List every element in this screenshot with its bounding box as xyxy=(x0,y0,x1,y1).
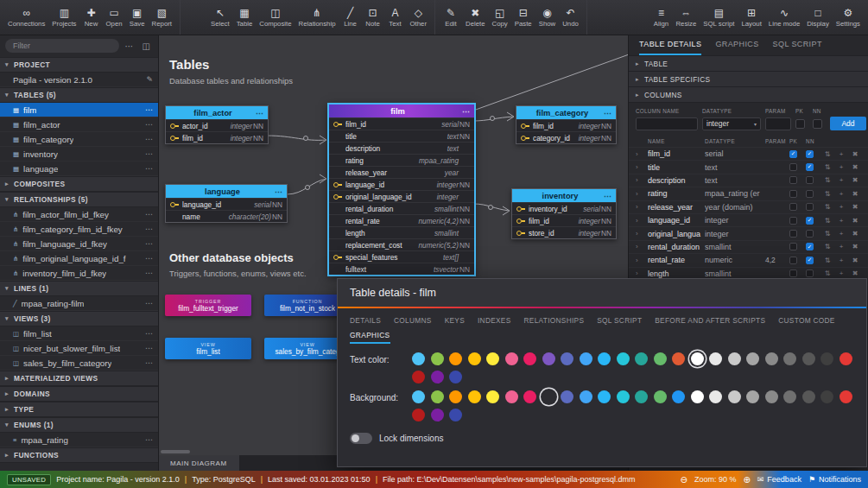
color-swatch[interactable] xyxy=(709,352,722,365)
diagram-table-film-category[interactable]: film_category⋯film_idintegerNNcategory_i… xyxy=(516,105,617,144)
toolbar-paste-button[interactable]: ⊟Paste xyxy=(511,2,535,33)
color-swatch[interactable] xyxy=(542,390,555,403)
color-swatch[interactable] xyxy=(617,390,630,403)
move-row-icon[interactable]: ⇅ xyxy=(822,217,833,225)
row-nn-checkbox[interactable] xyxy=(806,163,814,171)
color-swatch[interactable] xyxy=(839,352,852,365)
move-row-icon[interactable]: ⇅ xyxy=(822,203,833,211)
sidebar-section-tables-5[interactable]: ▾TABLES (5) xyxy=(0,87,158,103)
color-swatch[interactable] xyxy=(746,352,759,365)
delete-row-icon[interactable]: ✖ xyxy=(850,217,860,225)
row-nn-checkbox[interactable] xyxy=(806,243,814,250)
item-menu-icon[interactable]: ⋯ xyxy=(142,299,153,307)
item-menu-icon[interactable]: ⋯ xyxy=(142,164,153,173)
table-header[interactable]: film_category⋯ xyxy=(516,106,616,119)
color-swatch[interactable] xyxy=(412,409,425,421)
dialog-tab-indexes[interactable]: INDEXES xyxy=(478,316,511,325)
color-swatch[interactable] xyxy=(449,352,462,365)
zoom-out-icon[interactable]: ⊖ xyxy=(681,475,687,485)
toolbar-sql-script-button[interactable]: ▤SQL script xyxy=(700,2,738,33)
datatype-select[interactable]: integer▾ xyxy=(702,117,761,130)
delete-row-icon[interactable]: ✖ xyxy=(850,230,860,238)
add-row-icon[interactable]: + xyxy=(836,230,846,238)
row-expand-icon[interactable]: › xyxy=(636,243,644,250)
toolbar-other-button[interactable]: ◇Other xyxy=(407,2,431,33)
item-menu-icon[interactable]: ⋯ xyxy=(142,344,153,352)
toolbar-resize-button[interactable]: ⇔Resize xyxy=(672,2,700,33)
color-swatch[interactable] xyxy=(783,352,796,365)
item-menu-icon[interactable]: ⋯ xyxy=(142,239,153,248)
color-swatch[interactable] xyxy=(431,390,444,403)
row-datatype[interactable]: integer xyxy=(705,230,762,238)
color-swatch[interactable] xyxy=(820,352,833,365)
color-swatch[interactable] xyxy=(654,352,667,365)
lock-dimensions-toggle[interactable] xyxy=(350,433,372,444)
toolbar-line-button[interactable]: ╱Line xyxy=(339,2,362,33)
table-header[interactable]: film⋯ xyxy=(329,105,474,117)
sidebar-item-language[interactable]: ▦language⋯ xyxy=(0,162,158,176)
column-name-input[interactable] xyxy=(636,117,698,130)
move-row-icon[interactable]: ⇅ xyxy=(822,150,833,158)
color-swatch[interactable] xyxy=(691,352,704,365)
add-row-icon[interactable]: + xyxy=(836,269,846,277)
row-pk-checkbox[interactable] xyxy=(789,230,797,238)
horizontal-scrollbar[interactable] xyxy=(161,450,190,453)
add-row-icon[interactable]: + xyxy=(836,243,846,250)
row-pk-checkbox[interactable] xyxy=(789,217,797,225)
sidebar-item-sales-by-film-category[interactable]: ◫sales_by_film_category⋯ xyxy=(0,356,158,371)
color-swatch[interactable] xyxy=(561,390,573,403)
color-swatch[interactable] xyxy=(728,352,741,365)
row-datatype[interactable]: numeric xyxy=(705,256,762,264)
toolbar-delete-button[interactable]: ✖Delete xyxy=(462,2,489,33)
toolbar-show-button[interactable]: ◉Show xyxy=(535,2,560,33)
color-swatch[interactable] xyxy=(598,352,611,365)
color-swatch[interactable] xyxy=(654,390,667,403)
sidebar-section-relationships-5[interactable]: ▾RELATIONSHIPS (5) xyxy=(0,192,158,207)
row-expand-icon[interactable]: › xyxy=(636,203,644,211)
color-swatch[interactable] xyxy=(635,390,648,403)
panel-section-table[interactable]: ▸TABLE xyxy=(629,56,868,72)
move-row-icon[interactable]: ⇅ xyxy=(822,269,833,277)
notifications-button[interactable]: ⚑ Notifications xyxy=(808,475,861,484)
sidebar-section-lines-1[interactable]: ▾LINES (1) xyxy=(0,281,158,296)
color-swatch[interactable] xyxy=(820,390,833,403)
color-swatch[interactable] xyxy=(505,352,518,365)
add-row-icon[interactable]: + xyxy=(836,257,846,264)
row-pk-checkbox[interactable] xyxy=(789,150,797,158)
item-menu-icon[interactable]: ⋯ xyxy=(142,105,153,114)
sidebar-item-film-original-language-id-f[interactable]: ⋔film_original_language_id_f⋯ xyxy=(0,251,158,266)
color-swatch[interactable] xyxy=(746,390,759,403)
item-menu-icon[interactable]: ⋯ xyxy=(142,269,153,277)
color-swatch[interactable] xyxy=(802,352,815,365)
color-swatch[interactable] xyxy=(561,352,573,365)
toolbar-display-button[interactable]: □Display xyxy=(803,2,833,33)
color-swatch[interactable] xyxy=(765,352,778,365)
filter-input[interactable] xyxy=(5,39,119,53)
color-swatch[interactable] xyxy=(635,352,648,365)
toolbar-edit-button[interactable]: ✎Edit xyxy=(440,2,462,33)
row-datatype[interactable]: serial xyxy=(705,149,762,158)
dialog-tab-sql-script[interactable]: SQL SCRIPT xyxy=(597,316,642,325)
delete-row-icon[interactable]: ✖ xyxy=(850,150,860,158)
column-row-film-id[interactable]: ›film_idserial⇅+✖ xyxy=(629,147,868,160)
dialog-tab-keys[interactable]: KEYS xyxy=(445,316,465,325)
color-swatch[interactable] xyxy=(802,390,815,403)
dialog-tab-relationships[interactable]: RELATIONSHIPS xyxy=(524,316,585,325)
dialog-tab-before-and-after-scripts[interactable]: BEFORE AND AFTER SCRIPTS xyxy=(655,316,765,325)
color-swatch[interactable] xyxy=(691,390,704,403)
tab-main-diagram[interactable]: MAIN DIAGRAM xyxy=(158,455,239,471)
add-row-icon[interactable]: + xyxy=(836,150,846,158)
color-swatch[interactable] xyxy=(580,352,592,365)
color-swatch[interactable] xyxy=(765,390,778,403)
toolbar-undo-button[interactable]: ↶Undo xyxy=(559,2,582,33)
toolbar-note-button[interactable]: ⊡Note xyxy=(362,2,384,33)
table-menu-icon[interactable]: ⋯ xyxy=(604,192,611,200)
diagram-object-film-list[interactable]: VIEWfilm_list xyxy=(165,338,251,359)
sidebar-section-enums-1[interactable]: ▾ENUMS (1) xyxy=(0,417,158,433)
row-expand-icon[interactable]: › xyxy=(636,230,644,238)
toolbar-layout-button[interactable]: ⊞Layout xyxy=(738,2,764,33)
diagram-table-film[interactable]: film⋯film_idserialNNtitletextNNdescripti… xyxy=(328,104,475,276)
color-swatch[interactable] xyxy=(783,390,796,403)
color-swatch[interactable] xyxy=(523,390,536,403)
column-row-release-year[interactable]: ›release_yearyear (domain)⇅+✖ xyxy=(629,200,868,213)
